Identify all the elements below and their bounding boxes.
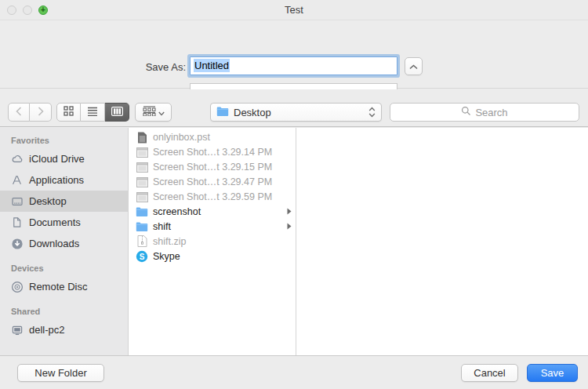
chevron-up-icon bbox=[409, 60, 418, 72]
sidebar-item-label: dell-pc2 bbox=[29, 324, 65, 336]
sidebar-item-label: Documents bbox=[29, 216, 81, 228]
documents-icon bbox=[10, 216, 24, 228]
sidebar-item-downloads[interactable]: Downloads bbox=[0, 233, 128, 254]
file-name: Screen Shot…t 3.29.59 PM bbox=[153, 191, 272, 202]
new-folder-button[interactable]: New Folder bbox=[17, 364, 104, 382]
file-row-skype[interactable]: SSkype bbox=[129, 249, 296, 264]
sidebar-item-label: Remote Disc bbox=[29, 281, 87, 293]
minimize-button[interactable] bbox=[23, 5, 32, 15]
save-button[interactable]: Save bbox=[527, 364, 578, 382]
file-name: onlyinbox.pst bbox=[153, 132, 210, 143]
file-row-screen-shot-t-3-29-59-pm[interactable]: Screen Shot…t 3.29.59 PM bbox=[129, 190, 296, 205]
sidebar-item-desktop[interactable]: Desktop bbox=[0, 191, 128, 212]
search-icon bbox=[461, 106, 471, 118]
save-as-label: Save As: bbox=[0, 61, 186, 73]
back-button[interactable] bbox=[8, 103, 30, 122]
empty-column bbox=[297, 128, 588, 355]
group-items-button[interactable] bbox=[135, 103, 172, 122]
forward-button[interactable] bbox=[30, 103, 52, 122]
image-icon bbox=[136, 192, 148, 202]
finder-toolbar: Desktop Search bbox=[0, 89, 588, 127]
expand-dialog-button[interactable] bbox=[405, 57, 423, 75]
chevron-right-icon bbox=[38, 107, 44, 118]
image-icon bbox=[136, 162, 148, 173]
sidebar-item-documents[interactable]: Documents bbox=[0, 212, 128, 233]
sidebar-section-favorites: FavoritesiCloud DriveApplicationsDesktop… bbox=[0, 133, 128, 254]
sidebar-section-label: Devices bbox=[0, 260, 128, 276]
sidebar-item-label: Applications bbox=[29, 174, 84, 186]
desktop-icon bbox=[10, 195, 24, 208]
file-name: shift bbox=[153, 221, 171, 232]
sidebar: FavoritesiCloud DriveApplicationsDesktop… bbox=[0, 128, 129, 355]
sidebar-section-label: Shared bbox=[0, 304, 128, 319]
title-bar: Test bbox=[0, 0, 588, 20]
file-row-screen-shot-t-3-29-47-pm[interactable]: Screen Shot…t 3.29.47 PM bbox=[129, 175, 296, 190]
chevron-right-icon bbox=[287, 208, 292, 215]
sidebar-item-label: iCloud Drive bbox=[29, 153, 85, 165]
save-as-selected-text: Untitled bbox=[194, 59, 230, 72]
cloud-icon bbox=[10, 153, 24, 165]
file-browser: FavoritesiCloud DriveApplicationsDesktop… bbox=[0, 128, 588, 355]
file-row-screen-shot-t-3-29-14-pm[interactable]: Screen Shot…t 3.29.14 PM bbox=[129, 145, 296, 160]
sidebar-item-label: Desktop bbox=[29, 195, 67, 207]
sidebar-item-label: Downloads bbox=[29, 238, 79, 249]
image-icon bbox=[136, 177, 148, 187]
image-icon bbox=[136, 147, 148, 158]
zoom-button[interactable] bbox=[38, 5, 48, 15]
file-row-screenshot[interactable]: screenshot bbox=[129, 204, 296, 219]
file-name: Skype bbox=[153, 251, 180, 262]
document-icon bbox=[136, 132, 148, 144]
disc-icon bbox=[10, 281, 24, 293]
sidebar-item-applications[interactable]: Applications bbox=[0, 169, 128, 191]
column-view-button[interactable] bbox=[105, 103, 129, 122]
sidebar-item-remote-disc[interactable]: Remote Disc bbox=[0, 276, 128, 297]
sidebar-item-dell-pc2[interactable]: dell-pc2 bbox=[0, 319, 128, 340]
list-view-icon bbox=[87, 107, 98, 118]
folder-icon bbox=[136, 206, 148, 217]
chevron-left-icon bbox=[16, 107, 22, 118]
file-row-onlyinbox-pst[interactable]: onlyinbox.pst bbox=[129, 130, 296, 145]
svg-text:S: S bbox=[140, 252, 145, 260]
close-button[interactable] bbox=[7, 5, 16, 15]
chevron-down-icon bbox=[158, 107, 165, 118]
file-row-shift[interactable]: shift bbox=[129, 219, 296, 234]
file-row-screen-shot-t-3-29-15-pm[interactable]: Screen Shot…t 3.29.15 PM bbox=[129, 160, 296, 175]
file-name: shift.zip bbox=[153, 236, 186, 247]
sidebar-section-label: Favorites bbox=[0, 133, 128, 148]
search-placeholder: Search bbox=[475, 107, 507, 118]
location-label: Desktop bbox=[234, 107, 271, 118]
updown-chevrons-icon bbox=[368, 107, 376, 118]
downloads-icon bbox=[10, 238, 24, 250]
applications-icon bbox=[10, 174, 24, 186]
sidebar-section-shared: Shareddell-pc2 bbox=[0, 304, 128, 340]
file-column: onlyinbox.pstScreen Shot…t 3.29.14 PMScr… bbox=[129, 128, 296, 355]
navigation-buttons bbox=[8, 103, 52, 122]
location-popup[interactable]: Desktop bbox=[210, 103, 382, 122]
file-row-shift-zip[interactable]: shift.zip bbox=[129, 234, 296, 249]
view-mode-switcher bbox=[56, 103, 129, 122]
save-dialog-header: Save As: Untitled Tags: bbox=[0, 20, 588, 89]
sidebar-item-icloud-drive[interactable]: iCloud Drive bbox=[0, 148, 128, 169]
computer-icon bbox=[10, 324, 24, 336]
file-name: Screen Shot…t 3.29.47 PM bbox=[153, 176, 272, 187]
window-title: Test bbox=[0, 0, 588, 20]
skype-icon: S bbox=[136, 250, 148, 263]
list-view-button[interactable] bbox=[81, 103, 105, 122]
save-as-input[interactable]: Untitled bbox=[190, 56, 397, 75]
zip-icon bbox=[136, 235, 148, 247]
folder-icon bbox=[216, 106, 229, 119]
file-name: Screen Shot…t 3.29.15 PM bbox=[153, 162, 272, 173]
cancel-button[interactable]: Cancel bbox=[461, 364, 518, 382]
file-name: Screen Shot…t 3.29.14 PM bbox=[153, 147, 272, 158]
column-view-icon bbox=[111, 107, 123, 118]
icon-view-button[interactable] bbox=[56, 103, 81, 122]
file-name: screenshot bbox=[153, 206, 201, 217]
chevron-right-icon bbox=[287, 223, 292, 230]
icon-view-icon bbox=[64, 106, 74, 118]
folder-icon bbox=[136, 221, 148, 232]
sidebar-section-devices: DevicesRemote Disc bbox=[0, 260, 128, 297]
group-icon bbox=[143, 106, 156, 118]
dialog-footer: New Folder Cancel Save bbox=[0, 355, 588, 389]
search-field[interactable]: Search bbox=[390, 103, 579, 122]
